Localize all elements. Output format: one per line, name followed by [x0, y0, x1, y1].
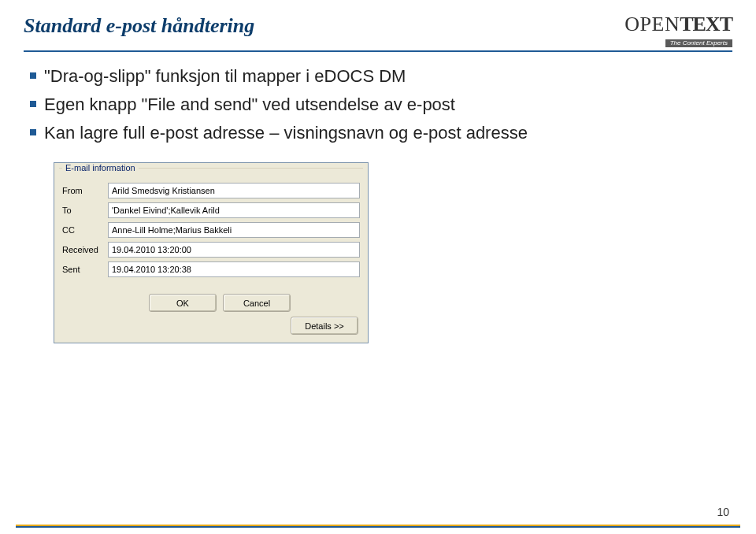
label-to: To: [62, 206, 108, 215]
label-from: From: [62, 186, 108, 195]
vendor-logo: OPENTEXT The Content Experts: [624, 14, 732, 47]
row-cc: CC: [62, 222, 360, 238]
logo-tagline: The Content Experts: [665, 39, 732, 47]
bullet-item: Kan lagre full e-post adresse – visnings…: [30, 123, 732, 143]
bullet-list: "Dra-og-slipp" funksjon til mapper i eDO…: [30, 66, 732, 143]
bullet-item: "Dra-og-slipp" funksjon til mapper i eDO…: [30, 66, 732, 87]
slide-title: Standard e-post håndtering: [24, 14, 254, 38]
cancel-button[interactable]: Cancel: [223, 294, 291, 312]
input-cc[interactable]: [108, 222, 360, 238]
row-sent: Sent: [62, 261, 360, 277]
input-from[interactable]: [108, 183, 360, 198]
input-sent[interactable]: [108, 261, 360, 277]
row-from: From: [62, 183, 360, 198]
input-to[interactable]: [108, 202, 360, 218]
email-info-dialog: E-mail information From To CC Received S…: [54, 162, 369, 343]
details-button[interactable]: Details >>: [291, 317, 358, 335]
label-received: Received: [62, 245, 108, 254]
label-sent: Sent: [62, 265, 108, 274]
dialog-legend: E-mail information: [62, 163, 139, 172]
row-received: Received: [62, 242, 360, 258]
bullet-item: Egen knapp "File and send" ved utsendels…: [30, 95, 732, 115]
page-number: 10: [717, 506, 729, 518]
row-to: To: [62, 202, 360, 218]
footer-divider: [16, 525, 740, 528]
label-cc: CC: [62, 225, 108, 235]
logo-open: OPEN: [624, 13, 680, 35]
input-received[interactable]: [108, 242, 360, 258]
ok-button[interactable]: OK: [149, 294, 217, 312]
logo-text: TEXT: [680, 13, 732, 35]
